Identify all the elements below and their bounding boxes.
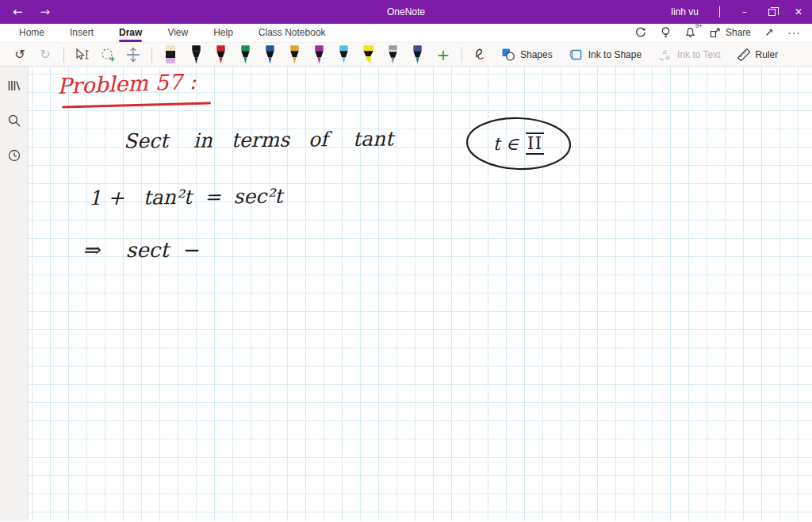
main-area: Problem 57 : Sect in terms of tant t ∈ I… — [0, 67, 812, 521]
share-label: Share — [726, 27, 751, 38]
recent-notes-button[interactable] — [3, 144, 25, 167]
pen-blue-icon — [262, 44, 278, 65]
highlighter-yellow-icon — [361, 44, 376, 65]
ink-heading-underline — [62, 102, 211, 109]
ink-to-shape-button[interactable]: Ink to Shape — [561, 44, 649, 64]
share-button[interactable]: Share — [704, 25, 756, 41]
ink-quadrant-note: t ∈ II — [463, 114, 574, 173]
ruler-label: Ruler — [756, 49, 779, 60]
tips-button[interactable] — [655, 24, 676, 41]
nav-arrows: ← → — [0, 5, 71, 20]
redo-button[interactable]: ↻ — [33, 44, 57, 66]
titlebar: ← → OneNote linh vu – ✕ — [0, 0, 812, 24]
tab-class-notebook[interactable]: Class Notebook — [249, 25, 335, 42]
search-button[interactable] — [3, 109, 25, 132]
notifications-button[interactable]: 9+ — [680, 24, 701, 41]
full-screen-button[interactable] — [759, 25, 779, 40]
pen-galaxy-icon — [410, 44, 425, 65]
tab-draw[interactable]: Draw — [109, 25, 151, 42]
draw-toolbar: ↺ ↻ — [0, 42, 812, 67]
lasso-select-button[interactable] — [96, 44, 120, 66]
sync-icon — [634, 26, 647, 39]
ribbon-tabs: Home Insert Draw View Help Class Noteboo… — [10, 25, 335, 42]
restore-button[interactable] — [758, 0, 785, 24]
insert-space-button[interactable] — [121, 44, 145, 66]
ink-equation-sect: ⇒ sect − — [82, 238, 199, 262]
tab-insert[interactable]: Insert — [60, 25, 103, 42]
add-pen-button[interactable]: + — [431, 44, 455, 66]
enter-full-screen-icon — [764, 27, 775, 38]
ruler-icon — [737, 48, 751, 62]
menubar: Home Insert Draw View Help Class Noteboo… — [0, 24, 812, 42]
lasso-select-icon — [100, 47, 117, 63]
pen-red-button[interactable] — [209, 44, 233, 66]
insert-space-icon — [125, 47, 141, 63]
ellipsis-icon: ··· — [787, 26, 801, 39]
eraser-icon — [163, 44, 178, 65]
user-name: linh vu — [671, 6, 699, 17]
minimize-button[interactable]: – — [731, 0, 758, 24]
tab-home[interactable]: Home — [10, 25, 54, 42]
pen-green-button[interactable] — [233, 44, 258, 66]
pencil-button[interactable] — [381, 44, 405, 66]
titlebar-divider — [719, 6, 720, 17]
toolbar-separator — [462, 47, 462, 63]
draw-with-mouse-icon — [473, 46, 488, 63]
menu-actions: 9+ Share ··· — [630, 24, 806, 42]
svg-text:a: a — [665, 53, 670, 61]
pen-green-icon — [238, 44, 253, 65]
lightbulb-icon — [660, 26, 672, 39]
pen-magenta-button[interactable] — [307, 44, 331, 66]
close-icon: ✕ — [795, 6, 802, 17]
ink-equation-pythagorean: 1 + tan²t = sec²t — [89, 185, 282, 210]
select-objects-button[interactable] — [71, 44, 94, 66]
ink-to-shape-icon — [569, 48, 584, 61]
pen-cyan-icon — [336, 44, 351, 65]
undo-button[interactable]: ↺ — [8, 44, 32, 66]
bell-icon — [684, 26, 696, 39]
pencil-icon — [385, 44, 400, 65]
ink-heading: Problem 57 : — [57, 69, 197, 98]
back-icon[interactable]: ← — [10, 5, 26, 20]
notebooks-button[interactable] — [3, 75, 25, 97]
pen-galaxy-button[interactable] — [405, 44, 430, 66]
share-icon — [709, 27, 722, 39]
select-cursor-icon — [75, 48, 90, 62]
close-button[interactable]: ✕ — [785, 0, 812, 24]
ink-to-text-icon: a a — [657, 48, 672, 61]
ink-to-text-label: Ink to Text — [677, 49, 720, 60]
ink-line-sect-in-terms-of-tant: Sect in terms of tant — [124, 128, 393, 153]
ink-to-shape-label: Ink to Shape — [588, 49, 642, 60]
pen-black-button[interactable] — [184, 44, 209, 66]
shapes-icon — [501, 48, 515, 61]
more-options-button[interactable]: ··· — [783, 24, 806, 41]
ink-to-text-button[interactable]: a a Ink to Text — [650, 44, 727, 64]
shapes-button[interactable]: Shapes — [494, 44, 560, 64]
tab-help[interactable]: Help — [204, 25, 243, 42]
pen-gold-button[interactable] — [282, 44, 307, 66]
note-canvas[interactable]: Problem 57 : Sect in terms of tant t ∈ I… — [29, 67, 812, 521]
restore-icon — [768, 9, 776, 16]
pen-magenta-icon — [312, 44, 327, 65]
pen-gold-icon — [287, 44, 302, 65]
draw-with-mouse-button[interactable] — [469, 44, 492, 66]
pen-cyan-button[interactable] — [331, 44, 356, 66]
notification-badge: 9+ — [695, 22, 703, 29]
eraser-button[interactable] — [159, 44, 182, 66]
sync-button[interactable] — [630, 24, 652, 41]
left-sidebar — [0, 67, 29, 521]
pen-red-icon — [213, 44, 228, 65]
pen-black-icon — [189, 44, 204, 65]
highlighter-yellow-button[interactable] — [356, 44, 381, 66]
search-icon — [7, 113, 21, 128]
shapes-label: Shapes — [520, 49, 553, 60]
pen-blue-button[interactable] — [258, 44, 282, 66]
tab-view[interactable]: View — [158, 25, 197, 42]
ink-note-variable: t ∈ — [493, 134, 519, 154]
ruler-button[interactable]: Ruler — [730, 44, 786, 65]
notebooks-icon — [6, 78, 22, 94]
pen-list — [184, 44, 430, 66]
minimize-icon: – — [742, 6, 747, 17]
forward-icon[interactable]: → — [37, 5, 54, 20]
clock-icon — [7, 148, 21, 163]
